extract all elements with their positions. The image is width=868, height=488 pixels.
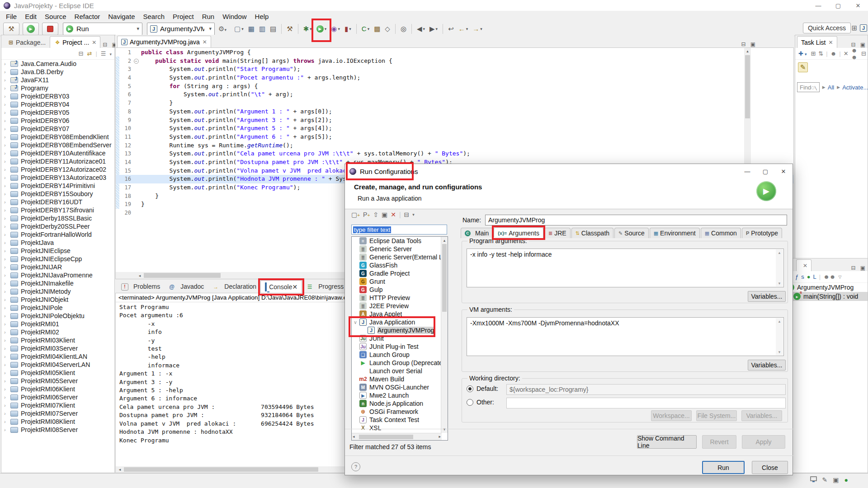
expand-icon[interactable]: ›: [4, 232, 10, 237]
maximize-button[interactable]: ▢: [828, 0, 848, 11]
tree-item-projektrmi07klient[interactable]: ›ProjektRMI07Klient: [1, 401, 114, 409]
java-perspective-icon[interactable]: J: [860, 24, 867, 32]
people-icon[interactable]: ☻☻: [851, 47, 859, 61]
view-menu-icon[interactable]: ▽: [838, 275, 841, 279]
code-line-1[interactable]: 1public class ArgumentyJVMProg {: [116, 48, 793, 57]
launch-type-task-context-test[interactable]: JTask Context Test: [352, 416, 448, 424]
tree-item-projektjnieclipsecpp[interactable]: ›ProjektJNIEclipseCpp: [1, 255, 114, 263]
code-line-9[interactable]: 9 System.out.println("Argument 3 : " + a…: [116, 116, 793, 125]
next-annotation-icon[interactable]: ▶▾: [428, 23, 439, 35]
view-menu-icon[interactable]: ☰▾: [101, 50, 112, 57]
launch-type-gradle-project[interactable]: GGradle Project: [352, 269, 448, 277]
expand-icon[interactable]: ›: [4, 207, 10, 213]
tree-item-projektderby12autorizace02[interactable]: ›ProjektDERBY12Autorizace02: [1, 165, 114, 174]
expand-icon[interactable]: ›: [4, 305, 10, 310]
people-icon[interactable]: ☻☻: [823, 273, 835, 280]
launch-type-java-application[interactable]: ∨JJava Application: [352, 318, 448, 326]
close-button-dialog[interactable]: Close: [752, 461, 788, 474]
workspace-button[interactable]: Workspace...: [651, 410, 692, 421]
config-tab-arguments[interactable]: (x)=Arguments: [494, 227, 543, 238]
expand-icon[interactable]: ›: [4, 419, 10, 424]
duplicate-config-icon[interactable]: ▣: [382, 211, 387, 218]
close-button[interactable]: ✕: [774, 164, 793, 178]
menu-window[interactable]: Window: [218, 12, 250, 21]
prev-annotation-icon[interactable]: ◀▾: [415, 23, 426, 35]
stop-button[interactable]: [42, 23, 58, 35]
code-line-2[interactable]: 2− public static void main(String[] args…: [116, 57, 793, 66]
filter-input[interactable]: type filter text: [351, 225, 447, 235]
expand-icon[interactable]: ›: [4, 69, 10, 75]
pencil-status-icon[interactable]: ✎: [822, 476, 828, 483]
tree-item-projektderby10autentifikace[interactable]: ›ProjektDERBY10Autentifikace: [1, 149, 114, 157]
expand-icon[interactable]: ›: [4, 61, 10, 66]
launch-type-glassfish[interactable]: GGlassFish: [352, 261, 448, 269]
config-tab-classpath[interactable]: ⇅Classpath: [571, 228, 613, 238]
forward-icon[interactable]: →▾: [471, 23, 484, 35]
run-last-icon[interactable]: ▶▾: [315, 23, 328, 35]
maximize-editor-icon[interactable]: ▣: [748, 41, 758, 47]
launch-type-gulp[interactable]: GGulp: [352, 286, 448, 294]
code-line-6[interactable]: 6 System.out.println("\t" + arg);: [116, 90, 793, 99]
menu-edit[interactable]: Edit: [21, 12, 41, 21]
menu-navigate[interactable]: Navigate: [104, 12, 139, 21]
launch-type-grunt[interactable]: GGrunt: [352, 277, 448, 286]
save-all-icon[interactable]: ▥: [258, 23, 267, 35]
expand-icon[interactable]: ›: [4, 191, 10, 197]
tree-item-projektderby06[interactable]: ›ProjektDERBY06: [1, 117, 114, 125]
tree-item-java-db-derby[interactable]: ›Java.DB.Derby: [1, 68, 114, 76]
view-menu-icon[interactable]: ▾: [412, 212, 415, 217]
tree-item-projektfortranhalloworld[interactable]: ›ProjektFortranHalloWorld: [1, 230, 114, 239]
launch-type-xsl[interactable]: XXSL: [352, 424, 448, 432]
other-directory-field[interactable]: [506, 398, 786, 408]
expand-icon[interactable]: ›: [4, 85, 10, 91]
minimize-view-icon[interactable]: ⊟: [100, 42, 109, 48]
tree-item-projektrmi07server[interactable]: ›ProjektRMI07Server: [1, 409, 114, 418]
expand-icon[interactable]: ›: [4, 224, 10, 229]
tab-console[interactable]: Console ✕: [260, 280, 302, 293]
launch-type-j2ee-preview[interactable]: ≣J2EE Preview: [352, 302, 448, 310]
export-config-icon[interactable]: ⇧: [373, 211, 378, 218]
tree-item-projektrmi03server[interactable]: ›ProjektRMI03Server: [1, 344, 114, 352]
coverage-icon[interactable]: ▮▾: [343, 23, 353, 35]
tree-item-projektjnipole[interactable]: ›ProjektJNIPole: [1, 304, 114, 312]
expand-icon[interactable]: ›: [4, 281, 10, 286]
code-line-13[interactable]: 13 System.out.println("Cela pamet urcena…: [116, 150, 793, 158]
tree-item-projektrmi04serverlan[interactable]: ›ProjektRMI04ServerLAN: [1, 361, 114, 369]
expand-icon[interactable]: ›: [4, 378, 10, 384]
launch-mode-combo[interactable]: ▶ Run ▾: [63, 23, 142, 35]
tree-item-projektderby08embendserver[interactable]: ›ProjektDERBY08EmbendServer: [1, 141, 114, 149]
edit-task-icon[interactable]: ✎: [798, 62, 808, 72]
tree-item-projektjniobjekt[interactable]: ›ProjektJNIObjekt: [1, 296, 114, 304]
launch-type-generic-server-external-launch[interactable]: ≣Generic Server(External Launch): [352, 253, 448, 261]
tree-item-projektrmi04klientlan[interactable]: ›ProjektRMI04KlientLAN: [1, 352, 114, 361]
tree-item-projektderby15soubory[interactable]: ›ProjektDERBY15Soubory: [1, 190, 114, 198]
code-line-5[interactable]: 5 for (String arg : args) {: [116, 82, 793, 91]
config-tab-source[interactable]: ✎Source: [614, 228, 649, 238]
minimize-button[interactable]: —: [808, 0, 828, 11]
tree-item-projektjava[interactable]: ›ProjektJava: [1, 239, 114, 247]
vm-arguments-input[interactable]: -Xmx1000M -Xms700M -DjvmPromenna=hodnota…: [467, 317, 784, 356]
expand-icon[interactable]: ›: [4, 150, 10, 156]
expand-icon[interactable]: ›: [4, 313, 10, 319]
open-type-icon[interactable]: ◇: [383, 23, 392, 35]
tree-item-projektderby05[interactable]: ›ProjektDERBY05: [1, 108, 114, 117]
progress-status-icon[interactable]: ●: [844, 476, 848, 483]
save-icon[interactable]: ▦: [247, 23, 256, 35]
vm-variables-button[interactable]: Variables...: [748, 360, 786, 371]
expand-icon[interactable]: ›: [4, 403, 10, 408]
menu-source[interactable]: Source: [41, 12, 71, 21]
launch-type-java-applet[interactable]: AJava Applet: [352, 310, 448, 318]
tree-item-projektderby07[interactable]: ›ProjektDERBY07: [1, 125, 114, 133]
minimize-button[interactable]: —: [738, 164, 756, 178]
build-button[interactable]: ⚒: [3, 23, 19, 35]
expand-icon[interactable]: ›: [4, 134, 10, 140]
expand-icon[interactable]: ›: [4, 94, 10, 99]
tab-package-explorer[interactable]: ⊞ Package...: [3, 36, 50, 48]
tree-item-programy[interactable]: ›Programy: [1, 84, 114, 92]
tab-argumentyjvmprog-java[interactable]: J ArgumentyJVMProg.java ✕: [117, 36, 211, 47]
expand-icon[interactable]: ›: [4, 297, 10, 302]
profile-icon[interactable]: ◉▾: [330, 23, 341, 35]
tree-item-projektderby17sifrovani[interactable]: ›ProjektDERBY17Sifrovani: [1, 206, 114, 214]
expand-icon[interactable]: ›: [4, 289, 10, 294]
tree-item-java-camera-audio[interactable]: ›Java.Camera.Audio: [1, 60, 114, 68]
